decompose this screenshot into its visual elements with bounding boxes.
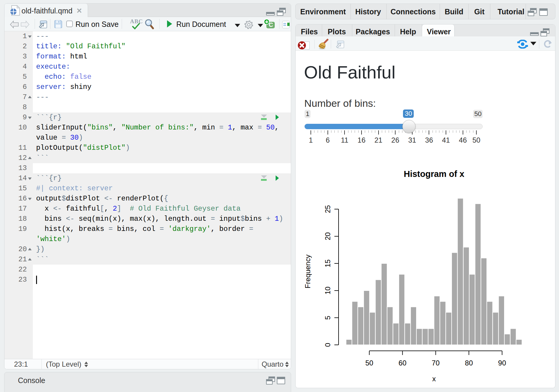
svg-text:10: 10 [324, 287, 332, 295]
svg-text:90: 90 [498, 359, 506, 367]
svg-text:25: 25 [324, 205, 332, 213]
svg-text:80: 80 [465, 359, 473, 367]
svg-text:Frequency: Frequency [304, 254, 312, 288]
svg-text:x: x [432, 375, 436, 383]
svg-text:70: 70 [432, 359, 440, 367]
svg-text:5: 5 [324, 316, 332, 320]
svg-text:0: 0 [324, 343, 332, 347]
svg-text:Histogram of x: Histogram of x [404, 169, 464, 179]
svg-text:20: 20 [324, 232, 332, 240]
svg-text:60: 60 [399, 359, 407, 367]
svg-text:15: 15 [324, 260, 332, 268]
svg-text:50: 50 [365, 359, 373, 367]
